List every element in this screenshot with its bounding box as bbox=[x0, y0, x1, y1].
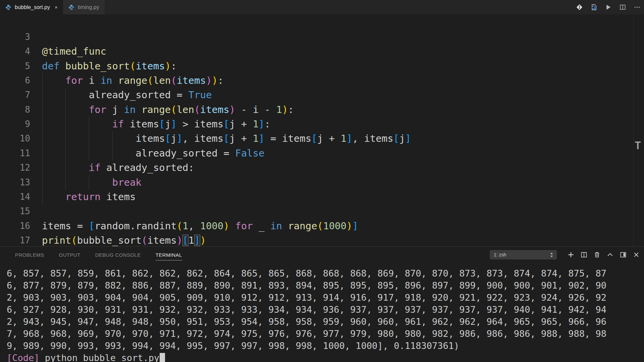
line-number: 12 bbox=[0, 161, 30, 175]
terminal-line: 7, 968, 968, 969, 970, 970, 971, 972, 97… bbox=[7, 328, 644, 340]
tab-bubble-sort-py[interactable]: bubble_sort.py × bbox=[0, 0, 63, 14]
code-text: print(bubble_sort(items)[1]) bbox=[42, 233, 206, 246]
line-number: 16 bbox=[0, 219, 30, 233]
prompt-command: python bubble_sort.py bbox=[40, 353, 160, 362]
panel-tab-bar: PROBLEMSOUTPUTDEBUG CONSOLETERMINAL bbox=[15, 247, 182, 263]
terminal-line: 6, 877, 879, 879, 882, 886, 887, 889, 89… bbox=[7, 280, 644, 292]
code-line: 7 already_sorted = True bbox=[0, 88, 644, 102]
code-text: items = [random.randint(1, 1000) for _ i… bbox=[42, 219, 358, 233]
panel-tab-problems[interactable]: PROBLEMS bbox=[15, 250, 44, 260]
line-number: 6 bbox=[0, 73, 30, 88]
editor-tab-bar: bubble_sort.py × timing.py bbox=[0, 0, 644, 14]
code-text: if already_sorted: bbox=[42, 161, 194, 175]
code-text: for j in range(len(items) - i - 1): bbox=[42, 103, 294, 117]
code-text: items[j], items[j + 1] = items[j + 1], i… bbox=[42, 131, 411, 146]
code-text: @timed_func bbox=[42, 44, 106, 59]
terminal-line: 2, 903, 903, 903, 904, 904, 905, 909, 91… bbox=[7, 292, 644, 304]
code-text: def bubble_sort(items): bbox=[42, 59, 177, 73]
terminal-session-select[interactable]: 1: zsh bbox=[490, 250, 557, 259]
code-line: 4@timed_func bbox=[0, 44, 644, 59]
panel-controls: 1: zsh bbox=[490, 247, 640, 263]
terminal-line: 6, 857, 857, 859, 861, 862, 862, 862, 86… bbox=[7, 267, 644, 280]
terminal-session-label: 1: zsh bbox=[494, 252, 506, 257]
line-number: 7 bbox=[0, 88, 30, 102]
line-number: 14 bbox=[0, 190, 30, 204]
terminal-output[interactable]: 6, 857, 857, 859, 861, 862, 862, 862, 86… bbox=[0, 263, 644, 362]
code-text: already_sorted = True bbox=[42, 88, 212, 102]
line-number: 8 bbox=[0, 103, 30, 117]
new-terminal-icon[interactable] bbox=[567, 251, 575, 258]
code-line: 12 if already_sorted: bbox=[0, 161, 644, 175]
python-file-icon bbox=[68, 4, 74, 10]
line-number: 3 bbox=[0, 30, 30, 44]
terminal-prompt-line: [Code] python bubble_sort.py bbox=[7, 352, 644, 362]
code-text: return items bbox=[42, 190, 136, 204]
editor-actions bbox=[576, 0, 641, 14]
code-line: 13 break bbox=[0, 175, 644, 190]
code-text: break bbox=[42, 175, 142, 190]
code-text: already_sorted = False bbox=[42, 146, 264, 161]
code-line: 15 bbox=[0, 204, 644, 219]
tab-label: bubble_sort.py bbox=[15, 4, 50, 10]
line-number: 4 bbox=[0, 44, 30, 59]
maximize-panel-icon[interactable] bbox=[606, 251, 614, 258]
code-line: 8 for j in range(len(items) - i - 1): bbox=[0, 103, 644, 117]
code-text: for i in range(len(items)): bbox=[42, 73, 223, 88]
code-line: 6 for i in range(len(items)): bbox=[0, 73, 644, 88]
panel-tab-terminal[interactable]: TERMINAL bbox=[156, 250, 182, 260]
code-editor[interactable]: T 34@timed_func5def bubble_sort(items):6… bbox=[0, 14, 644, 246]
python-file-icon bbox=[5, 4, 11, 10]
toggle-panel-icon[interactable] bbox=[620, 251, 627, 258]
code-line: 10 items[j], items[j + 1] = items[j + 1]… bbox=[0, 131, 644, 146]
code-line: 17print(bubble_sort(items)[1]) bbox=[0, 233, 644, 246]
bottom-panel: PROBLEMSOUTPUTDEBUG CONSOLETERMINAL 1: z… bbox=[0, 246, 644, 362]
select-arrows-icon bbox=[550, 252, 553, 258]
close-tab-icon[interactable]: × bbox=[55, 4, 58, 10]
run-file-icon[interactable] bbox=[604, 4, 612, 11]
open-preview-icon[interactable] bbox=[590, 4, 597, 11]
terminal-line: 9, 989, 990, 993, 993, 994, 994, 995, 99… bbox=[7, 340, 644, 352]
panel-tab-debug-console[interactable]: DEBUG CONSOLE bbox=[95, 250, 141, 260]
line-number: 13 bbox=[0, 175, 30, 190]
split-editor-icon[interactable] bbox=[619, 4, 626, 11]
terminal-line: 6, 927, 928, 930, 931, 931, 932, 932, 93… bbox=[7, 304, 644, 316]
line-number: 11 bbox=[0, 146, 30, 161]
tab-timing-py[interactable]: timing.py bbox=[63, 0, 105, 14]
tab-label: timing.py bbox=[78, 4, 99, 10]
kill-terminal-icon[interactable] bbox=[593, 251, 601, 258]
more-actions-icon[interactable] bbox=[633, 4, 641, 11]
code-line: 5def bubble_sort(items): bbox=[0, 59, 644, 73]
code-line: 3 bbox=[0, 30, 644, 44]
line-number: 9 bbox=[0, 117, 30, 131]
line-number: 5 bbox=[0, 59, 30, 73]
code-line: 14 return items bbox=[0, 190, 644, 204]
close-panel-icon[interactable] bbox=[633, 251, 640, 258]
panel-tab-output[interactable]: OUTPUT bbox=[59, 250, 80, 260]
terminal-line: 2, 943, 945, 947, 948, 948, 950, 951, 95… bbox=[7, 316, 644, 328]
line-number: 15 bbox=[0, 204, 30, 219]
line-number: 10 bbox=[0, 131, 30, 146]
terminal-cursor bbox=[160, 353, 165, 362]
code-line: 16items = [random.randint(1, 1000) for _… bbox=[0, 219, 644, 233]
code-line: 9 if items[j] > items[j + 1]: bbox=[0, 117, 644, 131]
line-number: 17 bbox=[0, 233, 30, 246]
code-text: if items[j] > items[j + 1]: bbox=[42, 117, 270, 131]
split-terminal-icon[interactable] bbox=[580, 251, 588, 258]
prompt-prefix: [Code] bbox=[7, 353, 40, 362]
code-line: 11 already_sorted = False bbox=[0, 146, 644, 161]
source-control-diamond-icon[interactable] bbox=[576, 4, 583, 11]
